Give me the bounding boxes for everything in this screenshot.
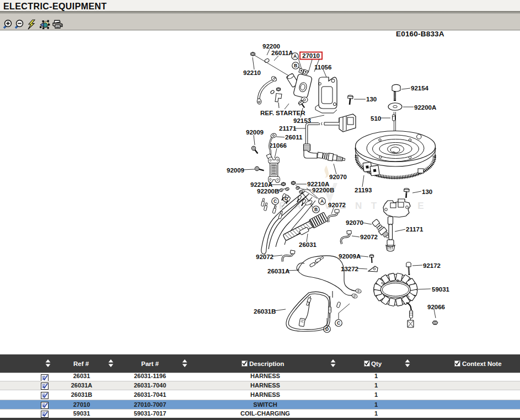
svg-text:92200A: 92200A — [414, 104, 436, 111]
svg-text:A: A — [320, 198, 324, 204]
svg-text:92154: 92154 — [411, 85, 429, 91]
svg-text:510: 510 — [371, 115, 381, 122]
svg-text:E0160-B833A: E0160-B833A — [396, 30, 444, 38]
svg-text:130: 130 — [422, 189, 432, 195]
svg-text:26011A: 26011A — [271, 50, 293, 56]
svg-text:92172: 92172 — [423, 262, 441, 269]
svg-text:21171: 21171 — [406, 226, 423, 233]
svg-text:B: B — [314, 207, 318, 212]
svg-text:92072: 92072 — [360, 234, 378, 240]
svg-text:92200B: 92200B — [257, 188, 279, 195]
svg-text:92200: 92200 — [262, 43, 280, 50]
svg-text:26031A: 26031A — [267, 268, 290, 274]
svg-text:130: 130 — [366, 96, 377, 103]
svg-text:92009: 92009 — [227, 167, 244, 174]
svg-text:C: C — [337, 320, 340, 326]
svg-text:92200B: 92200B — [312, 187, 334, 193]
svg-text:26031B: 26031B — [254, 308, 276, 315]
svg-text:21066: 21066 — [269, 142, 287, 149]
svg-text:C: C — [274, 198, 277, 204]
svg-text:59031: 59031 — [432, 286, 450, 293]
svg-text:B: B — [294, 63, 297, 68]
svg-text:92009A: 92009A — [339, 253, 361, 260]
svg-text:92072: 92072 — [328, 202, 346, 208]
svg-text:92210: 92210 — [243, 69, 261, 76]
svg-text:92072: 92072 — [256, 254, 274, 260]
svg-text:92070: 92070 — [346, 219, 363, 226]
svg-text:92009: 92009 — [246, 129, 264, 136]
svg-text:27010: 27010 — [302, 52, 320, 59]
svg-text:REF. STARTER: REF. STARTER — [260, 110, 305, 116]
svg-text:26031: 26031 — [299, 241, 317, 248]
svg-text:92066: 92066 — [427, 304, 445, 310]
svg-text:26011: 26011 — [285, 134, 303, 141]
svg-text:21193: 21193 — [355, 187, 372, 193]
svg-text:A: A — [293, 53, 297, 59]
svg-text:92070: 92070 — [329, 174, 347, 180]
